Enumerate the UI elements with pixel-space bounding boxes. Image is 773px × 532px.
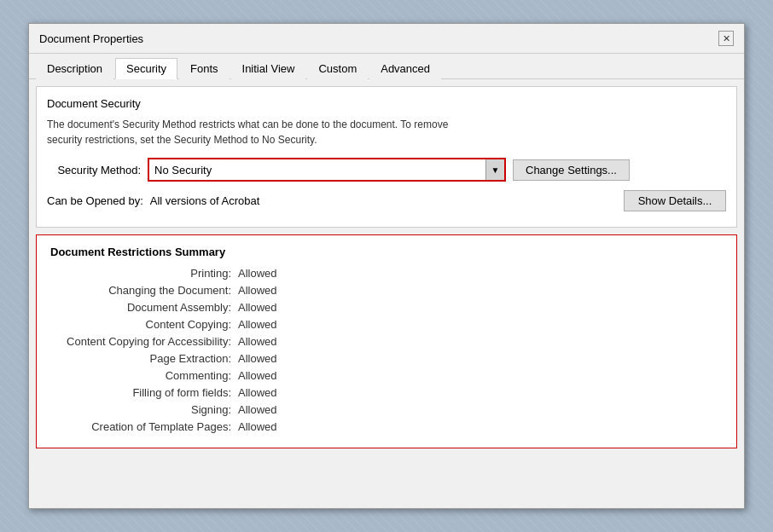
restriction-label: Document Assembly: bbox=[50, 301, 238, 314]
restriction-row: Document Assembly:Allowed bbox=[50, 301, 723, 314]
tab-security[interactable]: Security bbox=[115, 58, 177, 79]
restriction-value: Allowed bbox=[238, 386, 277, 399]
restriction-value: Allowed bbox=[238, 267, 277, 280]
restriction-row: Content Copying:Allowed bbox=[50, 318, 723, 331]
section-title: Document Security bbox=[47, 97, 726, 110]
restriction-row: Page Extraction:Allowed bbox=[50, 352, 723, 365]
title-bar: Document Properties ✕ bbox=[29, 24, 744, 54]
restriction-row: Signing:Allowed bbox=[50, 403, 723, 416]
restriction-label: Changing the Document: bbox=[50, 284, 238, 297]
opened-by-row: Can be Opened by: All versions of Acroba… bbox=[47, 190, 726, 211]
close-button[interactable]: ✕ bbox=[718, 31, 734, 46]
security-method-dropdown[interactable]: No Security ▼ bbox=[148, 158, 506, 182]
restriction-label: Filling of form fields: bbox=[50, 386, 238, 399]
restriction-row: Commenting:Allowed bbox=[50, 369, 723, 382]
document-properties-dialog: Document Properties ✕ Description Securi… bbox=[28, 23, 745, 509]
dialog-title: Document Properties bbox=[39, 32, 143, 45]
restriction-row: Changing the Document:Allowed bbox=[50, 284, 723, 297]
restriction-label: Signing: bbox=[50, 403, 238, 416]
tab-initial-view[interactable]: Initial View bbox=[231, 58, 306, 79]
security-method-label: Security Method: bbox=[47, 164, 141, 176]
opened-by-left: Can be Opened by: All versions of Acroba… bbox=[47, 194, 259, 207]
dropdown-arrow-icon[interactable]: ▼ bbox=[485, 159, 504, 180]
change-settings-button[interactable]: Change Settings... bbox=[513, 159, 630, 181]
tab-fonts[interactable]: Fonts bbox=[179, 58, 230, 79]
security-content: Document Security The document's Securit… bbox=[36, 86, 737, 228]
restrictions-box: Document Restrictions Summary Printing:A… bbox=[36, 234, 737, 448]
restriction-value: Allowed bbox=[238, 301, 277, 314]
close-icon: ✕ bbox=[723, 33, 730, 44]
tab-custom[interactable]: Custom bbox=[307, 58, 368, 79]
restriction-value: Allowed bbox=[238, 318, 277, 331]
restriction-value: Allowed bbox=[238, 369, 277, 382]
restriction-row: Printing:Allowed bbox=[50, 267, 723, 280]
restriction-label: Creation of Template Pages: bbox=[50, 420, 238, 433]
restriction-value: Allowed bbox=[238, 420, 277, 433]
restriction-row: Filling of form fields:Allowed bbox=[50, 386, 723, 399]
tab-description[interactable]: Description bbox=[36, 58, 113, 79]
description-text: The document's Security Method restricts… bbox=[47, 117, 726, 147]
show-details-button[interactable]: Show Details... bbox=[624, 190, 726, 211]
security-method-row: Security Method: No Security ▼ Change Se… bbox=[47, 158, 726, 182]
restriction-label: Printing: bbox=[50, 267, 238, 280]
restriction-label: Page Extraction: bbox=[50, 352, 238, 365]
restriction-row: Creation of Template Pages:Allowed bbox=[50, 420, 723, 433]
restriction-value: Allowed bbox=[238, 403, 277, 416]
restriction-value: Allowed bbox=[238, 352, 277, 365]
restriction-value: Allowed bbox=[238, 335, 277, 348]
security-method-value: No Security bbox=[149, 161, 485, 179]
restrictions-rows: Printing:AllowedChanging the Document:Al… bbox=[50, 267, 723, 433]
restriction-row: Content Copying for Accessibility:Allowe… bbox=[50, 335, 723, 348]
restriction-value: Allowed bbox=[238, 284, 277, 297]
tabs-bar: Description Security Fonts Initial View … bbox=[29, 54, 744, 79]
opened-by-value: All versions of Acrobat bbox=[150, 194, 260, 207]
restriction-label: Content Copying for Accessibility: bbox=[50, 335, 238, 348]
restriction-label: Content Copying: bbox=[50, 318, 238, 331]
restrictions-title: Document Restrictions Summary bbox=[50, 246, 723, 258]
opened-by-label: Can be Opened by: bbox=[47, 194, 143, 207]
restriction-label: Commenting: bbox=[50, 369, 238, 382]
tab-advanced[interactable]: Advanced bbox=[369, 58, 441, 79]
